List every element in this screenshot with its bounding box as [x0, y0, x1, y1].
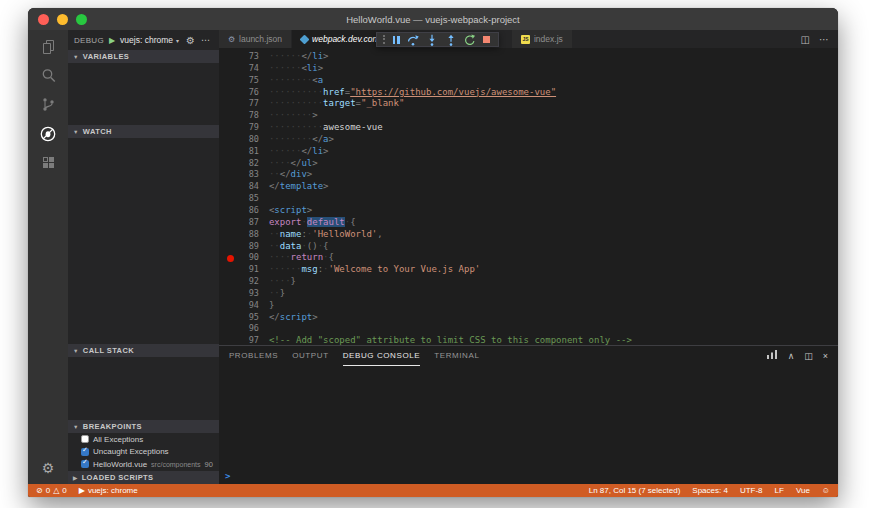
panel-tab-output[interactable]: OUTPUT	[292, 346, 329, 366]
code-text[interactable]: ······</li>	[269, 146, 838, 158]
line-number[interactable]: 96	[219, 323, 269, 335]
code-text[interactable]	[269, 193, 838, 205]
debug-config-select[interactable]: vuejs: chrome ▾	[120, 35, 179, 45]
tab-index.js[interactable]: JSindex.js	[512, 30, 573, 48]
breakpoint-item[interactable]: All Exceptions	[68, 433, 219, 446]
step-over-icon[interactable]	[407, 34, 419, 46]
code-text[interactable]: ··name:·'HelloWorld',	[269, 229, 838, 241]
feedback-smiley-icon[interactable]: ☺	[822, 486, 830, 495]
debug-console-output[interactable]: >	[219, 366, 838, 484]
breakpoint-checkbox[interactable]	[81, 448, 89, 456]
line-number[interactable]: 73	[219, 51, 269, 63]
line-number[interactable]: 81	[219, 146, 269, 158]
breakpoint-dot[interactable]	[227, 255, 234, 262]
code-text[interactable]: ····}	[269, 276, 838, 288]
cursor-position-status[interactable]: Ln 87, Col 15 (7 selected)	[589, 486, 681, 495]
code-text[interactable]: ········</a>	[269, 134, 838, 146]
code-text[interactable]: ··data·()·{	[269, 241, 838, 253]
sidebar-item-extensions[interactable]	[28, 150, 68, 179]
code-text[interactable]: ······</li>	[269, 51, 838, 63]
line-number[interactable]: 94	[219, 300, 269, 312]
line-number[interactable]: 84	[219, 181, 269, 193]
code-text[interactable]: export·default·{	[269, 217, 838, 229]
code-text[interactable]: ··········href="https://github.com/vuejs…	[269, 87, 838, 99]
settings-gear-icon[interactable]: ⚙	[42, 460, 55, 476]
breakpoint-checkbox[interactable]	[81, 435, 89, 443]
code-text[interactable]: ······<li>	[269, 63, 838, 75]
line-number[interactable]: 85	[219, 193, 269, 205]
line-number[interactable]: 95	[219, 312, 269, 324]
line-number[interactable]: 86	[219, 205, 269, 217]
line-number[interactable]: 87	[219, 217, 269, 229]
code-text[interactable]: ····</ul>	[269, 158, 838, 170]
language-mode-status[interactable]: Vue	[796, 486, 810, 495]
line-number[interactable]: 74	[219, 63, 269, 75]
more-actions-icon[interactable]: ⋯	[819, 34, 829, 45]
panel-tab-debug-console[interactable]: DEBUG CONSOLE	[343, 346, 421, 366]
console-levels-icon[interactable]	[766, 350, 778, 362]
step-out-icon[interactable]	[445, 34, 457, 46]
minimize-window-button[interactable]	[57, 14, 68, 25]
line-number[interactable]: 88	[219, 229, 269, 241]
step-into-icon[interactable]	[426, 34, 438, 46]
code-text[interactable]: </script>	[269, 312, 838, 324]
split-editor-icon[interactable]: ◫	[801, 34, 810, 45]
indentation-status[interactable]: Spaces: 4	[692, 486, 728, 495]
encoding-status[interactable]: UTF-8	[740, 486, 763, 495]
panel-tab-problems[interactable]: PROBLEMS	[229, 346, 278, 366]
breakpoint-item[interactable]: HelloWorld.vuesrc/components90	[68, 458, 219, 471]
line-number[interactable]: 77	[219, 98, 269, 110]
code-text[interactable]: }	[269, 300, 838, 312]
section-header-watch[interactable]: ▼ WATCH	[68, 125, 219, 138]
code-text[interactable]: ········<a	[269, 75, 838, 87]
line-number[interactable]: 89	[219, 241, 269, 253]
section-header-variables[interactable]: ▼ VARIABLES	[68, 50, 219, 63]
close-panel-icon[interactable]: ×	[823, 351, 828, 361]
line-number[interactable]: 93	[219, 288, 269, 300]
stop-icon[interactable]	[483, 36, 490, 43]
maximize-panel-icon[interactable]: ∧	[788, 351, 795, 361]
line-number[interactable]: 78	[219, 110, 269, 122]
breakpoint-checkbox[interactable]	[81, 460, 89, 468]
line-number[interactable]: 90	[219, 252, 269, 264]
section-header-call-stack[interactable]: ▼ CALL STACK	[68, 344, 219, 357]
tab-launch.json[interactable]: ⚙launch.json	[219, 30, 292, 48]
section-header-loaded-scripts[interactable]: ▶ LOADED SCRIPTS	[68, 471, 219, 484]
debug-target-status[interactable]: ▶ vuejs: chrome	[79, 486, 138, 495]
line-number[interactable]: 91	[219, 264, 269, 276]
console-prompt[interactable]: >	[225, 471, 230, 481]
code-text[interactable]: ····return·{	[269, 252, 838, 264]
line-number[interactable]: 80	[219, 134, 269, 146]
line-number[interactable]: 82	[219, 158, 269, 170]
eol-status[interactable]: LF	[775, 486, 784, 495]
start-debugging-icon[interactable]: ▶	[109, 36, 115, 45]
code-text[interactable]: </template>	[269, 181, 838, 193]
line-number[interactable]: 75	[219, 75, 269, 87]
code-text[interactable]	[269, 323, 838, 335]
line-number[interactable]: 76	[219, 87, 269, 99]
line-number[interactable]: 97	[219, 335, 269, 345]
sidebar-item-search[interactable]	[28, 63, 68, 92]
sidebar-item-explorer[interactable]	[28, 34, 68, 63]
sidebar-item-debug[interactable]	[28, 121, 68, 150]
toolbar-drag-handle[interactable]	[383, 35, 386, 44]
code-text[interactable]: <script>	[269, 205, 838, 217]
sidebar-item-source-control[interactable]	[28, 92, 68, 121]
code-text[interactable]: ··········target="_blank"	[269, 98, 838, 110]
code-text[interactable]: ··········awesome-vue	[269, 122, 838, 134]
split-panel-icon[interactable]: ◫	[804, 351, 813, 361]
configure-launch-icon[interactable]: ⚙	[186, 35, 195, 46]
zoom-window-button[interactable]	[76, 14, 87, 25]
pause-icon[interactable]	[393, 36, 400, 44]
code-text[interactable]: ········>	[269, 110, 838, 122]
code-text[interactable]: ······msg:·'Welcome to Your Vue.js App'	[269, 264, 838, 276]
line-number[interactable]: 83	[219, 169, 269, 181]
restart-icon[interactable]	[464, 34, 476, 46]
problems-status[interactable]: ⊘ 0 △ 0	[36, 486, 67, 495]
close-window-button[interactable]	[38, 14, 49, 25]
line-number[interactable]: 92	[219, 276, 269, 288]
breakpoint-item[interactable]: Uncaught Exceptions	[68, 446, 219, 459]
section-header-breakpoints[interactable]: ▼ BREAKPOINTS	[68, 420, 219, 433]
code-text[interactable]: <!-- Add "scoped" attribute to limit CSS…	[269, 335, 838, 345]
code-text[interactable]: ··</div>	[269, 169, 838, 181]
